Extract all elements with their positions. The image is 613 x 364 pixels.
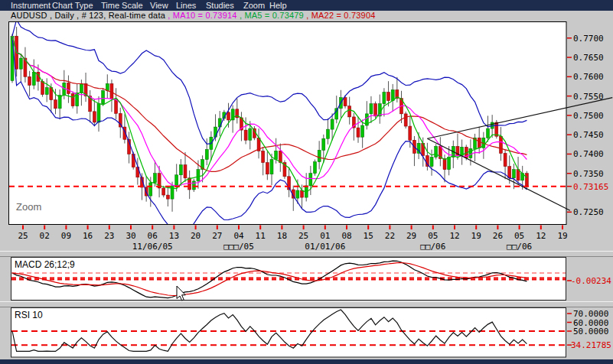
svg-text:0.7400: 0.7400 <box>573 149 604 159</box>
svg-text:12: 12 <box>449 231 459 241</box>
svg-text:19: 19 <box>557 231 567 241</box>
svg-text:02: 02 <box>40 231 50 241</box>
svg-text:22: 22 <box>385 231 395 241</box>
menu-item-lines[interactable]: Lines <box>176 1 196 10</box>
zoom-mode-label: Zoom <box>16 201 41 213</box>
symbol-info-label: AUDUSD , Daily , # 123, Real-time data <box>11 11 168 20</box>
svg-text:-0.00234: -0.00234 <box>571 276 611 286</box>
svg-text:06: 06 <box>148 231 158 241</box>
menu-item-instrument[interactable]: Instrument <box>11 1 51 10</box>
svg-text:11: 11 <box>256 231 266 241</box>
chart-application-window: Instrument Chart Type Time Scale View Li… <box>0 0 613 364</box>
svg-text:0.7600: 0.7600 <box>573 72 604 82</box>
menu-item-studies[interactable]: Studies <box>206 1 234 10</box>
panel-splitter[interactable] <box>0 301 613 307</box>
ma5-value-label: , MA5 = 0.73479 <box>240 11 306 20</box>
svg-text:29: 29 <box>406 231 416 241</box>
svg-text:09: 09 <box>61 231 71 241</box>
svg-text:05: 05 <box>514 231 524 241</box>
window-bottom-edge <box>0 359 613 364</box>
svg-text:19: 19 <box>471 231 481 241</box>
svg-text:0.7350: 0.7350 <box>573 169 604 179</box>
chart-canvas[interactable]: 0.77000.76500.76000.75500.75000.74500.74… <box>0 0 613 364</box>
svg-text:0.7250: 0.7250 <box>573 207 604 217</box>
svg-text:0.7650: 0.7650 <box>573 53 604 63</box>
svg-text:25: 25 <box>18 231 28 241</box>
svg-text:08: 08 <box>341 231 351 241</box>
svg-text:0.73165: 0.73165 <box>573 182 608 192</box>
menu-item-view[interactable]: View <box>150 1 168 10</box>
menu-item-time-scale[interactable]: Time Scale <box>101 1 143 10</box>
svg-text:15: 15 <box>364 231 373 241</box>
svg-text:18: 18 <box>277 231 287 241</box>
svg-text:27: 27 <box>212 231 222 241</box>
ma22-value-label: , MA22 = 0.73904 <box>306 11 375 20</box>
svg-text:04: 04 <box>233 231 244 241</box>
svg-text:30: 30 <box>126 231 135 241</box>
menu-item-zoom[interactable]: Zoom <box>243 1 265 10</box>
svg-text:05: 05 <box>428 231 438 241</box>
svg-text:0.7550: 0.7550 <box>573 92 604 102</box>
svg-text:0.7700: 0.7700 <box>573 34 604 44</box>
ma10-value-label: , MA10 = 0.73914 <box>168 11 240 20</box>
panel-splitter[interactable] <box>0 251 613 257</box>
svg-text:34.21785: 34.21785 <box>571 340 611 350</box>
menu-bar: Instrument Chart Type Time Scale View Li… <box>0 0 613 11</box>
macd-study-label: MACD 26;12;9 <box>15 259 75 270</box>
svg-text:13: 13 <box>169 231 179 241</box>
svg-text:0.7500: 0.7500 <box>573 111 604 121</box>
svg-text:16: 16 <box>83 231 93 241</box>
svg-text:0.7450: 0.7450 <box>573 130 604 140</box>
svg-text:20: 20 <box>191 231 201 241</box>
svg-text:50.0000: 50.0000 <box>573 327 608 336</box>
svg-text:26: 26 <box>493 231 503 241</box>
svg-text:12: 12 <box>536 231 546 241</box>
rsi-study-label: RSI 10 <box>15 310 43 320</box>
svg-text:01: 01 <box>320 231 330 241</box>
chart-header: AUDUSD , Daily , # 123, Real-time data ,… <box>0 11 613 21</box>
svg-text:25: 25 <box>298 231 308 241</box>
svg-text:23: 23 <box>104 231 114 241</box>
menu-item-chart-type[interactable]: Chart Type <box>52 1 93 10</box>
menu-item-help[interactable]: Help <box>269 1 287 10</box>
